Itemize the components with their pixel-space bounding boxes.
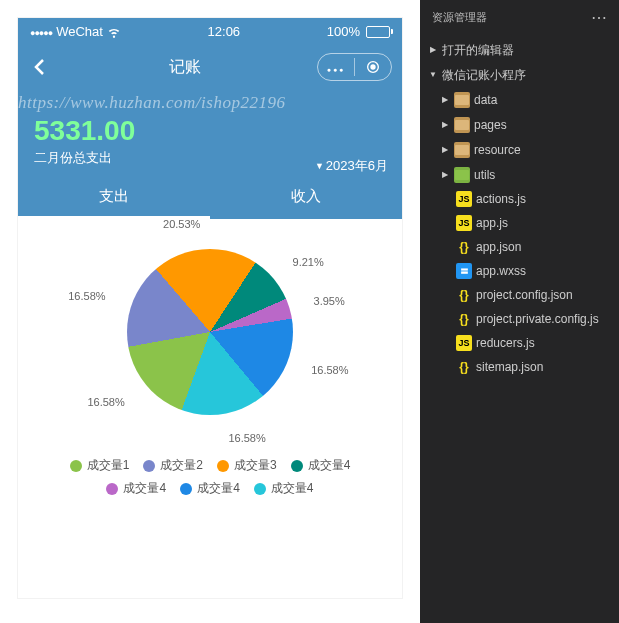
nav-bar: 记账: [18, 45, 402, 89]
folder-icon: [454, 117, 470, 133]
legend-label: 成交量1: [87, 457, 130, 474]
month-picker[interactable]: ▼ 2023年6月: [315, 157, 388, 175]
json-file-icon: [456, 359, 472, 375]
chart-area: 16.58%16.58%20.53%9.21%3.95%16.58%16.58%…: [18, 219, 402, 598]
pie-slice-label: 20.53%: [163, 218, 200, 230]
total-amount: 5331.00: [34, 115, 386, 147]
json-file-icon: [456, 287, 472, 303]
chevron-down-icon: ▼: [315, 161, 324, 171]
file-project-private-config[interactable]: project.private.config.js: [420, 307, 619, 331]
legend-swatch: [217, 460, 229, 472]
month-label: 2023年6月: [326, 157, 388, 175]
legend-swatch: [70, 460, 82, 472]
page-title: 记账: [52, 57, 317, 78]
folder-utils[interactable]: utils: [420, 162, 619, 187]
legend-label: 成交量4: [271, 480, 314, 497]
folder-icon: [454, 142, 470, 158]
legend-swatch: [180, 483, 192, 495]
legend-label: 成交量4: [308, 457, 351, 474]
pie-slice-label: 16.58%: [228, 432, 265, 444]
pie-slice-label: 16.58%: [68, 290, 105, 302]
chart-legend: 成交量1成交量2成交量3成交量4成交量4成交量4成交量4: [28, 457, 392, 497]
pie-labels: 16.58%16.58%20.53%9.21%3.95%16.58%16.58%: [87, 209, 333, 455]
folder-icon: [454, 167, 470, 183]
legend-item: 成交量3: [217, 457, 277, 474]
pie-slice-label: 16.58%: [87, 396, 124, 408]
menu-dots-icon: [327, 58, 346, 76]
legend-item: 成交量4: [254, 480, 314, 497]
legend-item: 成交量4: [291, 457, 351, 474]
explorer-title: 资源管理器: [432, 10, 487, 25]
battery-icon: [366, 26, 390, 38]
js-file-icon: JS: [456, 215, 472, 231]
pie-slice-label: 3.95%: [314, 295, 345, 307]
clock-label: 12:06: [208, 24, 241, 39]
legend-swatch: [291, 460, 303, 472]
summary-panel: https://www.huzhan.com/ishop22196 5331.0…: [18, 89, 402, 219]
tree-section-open-editors[interactable]: 打开的编辑器: [420, 37, 619, 62]
file-actions-js[interactable]: JSactions.js: [420, 187, 619, 211]
file-app-json[interactable]: app.json: [420, 235, 619, 259]
more-actions-button[interactable]: [591, 8, 607, 27]
carrier-label: WeChat: [56, 24, 103, 39]
capsule-menu-button[interactable]: [318, 54, 354, 80]
wifi-icon: [107, 25, 121, 39]
capsule-close-button[interactable]: [355, 54, 391, 80]
battery-percent: 100%: [327, 24, 360, 39]
wxss-file-icon: 〓: [456, 263, 472, 279]
file-reducers-js[interactable]: JSreducers.js: [420, 331, 619, 355]
watermark-text: https://www.huzhan.com/ishop22196: [18, 93, 402, 113]
file-sitemap-json[interactable]: sitemap.json: [420, 355, 619, 379]
folder-data[interactable]: data: [420, 87, 619, 112]
js-file-icon: JS: [456, 335, 472, 351]
pie-slice-label: 16.58%: [311, 364, 348, 376]
legend-item: 成交量2: [143, 457, 203, 474]
wechat-devtools-preview: WeChat 12:06 100% 记账 https://www.huzhan.…: [0, 0, 420, 623]
vscode-explorer: 资源管理器 打开的编辑器 微信记账小程序 data pages resource…: [420, 0, 619, 623]
legend-label: 成交量4: [197, 480, 240, 497]
file-app-js[interactable]: JSapp.js: [420, 211, 619, 235]
tree-section-project[interactable]: 微信记账小程序: [420, 62, 619, 87]
svg-point-1: [371, 65, 375, 69]
folder-icon: [454, 92, 470, 108]
file-app-wxss[interactable]: 〓app.wxss: [420, 259, 619, 283]
folder-pages[interactable]: pages: [420, 112, 619, 137]
legend-swatch: [254, 483, 266, 495]
legend-swatch: [106, 483, 118, 495]
js-file-icon: JS: [456, 191, 472, 207]
json-file-icon: [456, 311, 472, 327]
capsule-buttons: [317, 53, 392, 81]
back-button[interactable]: [28, 55, 52, 79]
folder-resource[interactable]: resource: [420, 137, 619, 162]
pie-slice-label: 9.21%: [293, 256, 324, 268]
legend-item: 成交量4: [106, 480, 166, 497]
legend-item: 成交量1: [70, 457, 130, 474]
legend-label: 成交量4: [123, 480, 166, 497]
legend-swatch: [143, 460, 155, 472]
target-icon: [365, 59, 381, 75]
json-file-icon: [456, 239, 472, 255]
phone-screen: WeChat 12:06 100% 记账 https://www.huzhan.…: [18, 18, 402, 598]
legend-label: 成交量2: [160, 457, 203, 474]
signal-dots-icon: [30, 24, 52, 39]
status-bar: WeChat 12:06 100%: [18, 18, 402, 45]
file-project-config[interactable]: project.config.json: [420, 283, 619, 307]
legend-label: 成交量3: [234, 457, 277, 474]
legend-item: 成交量4: [180, 480, 240, 497]
file-tree: 打开的编辑器 微信记账小程序 data pages resource utils…: [420, 35, 619, 381]
